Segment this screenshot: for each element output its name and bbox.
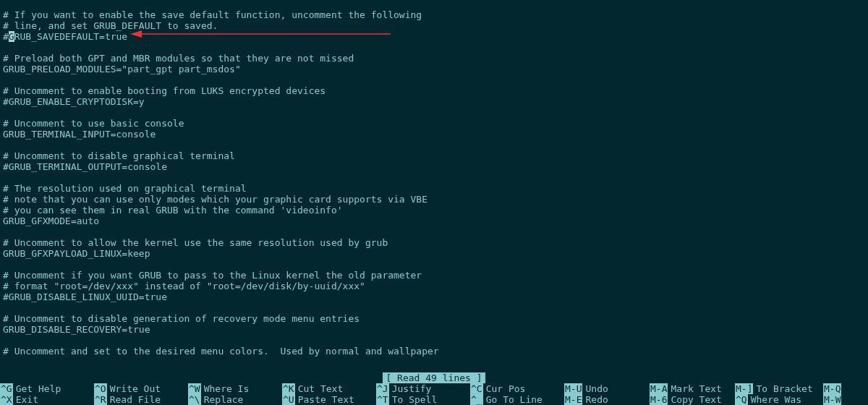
file-line: #GRUB_TERMINAL_OUTPUT=console	[3, 161, 868, 172]
file-line: # The resolution used on graphical termi…	[3, 183, 868, 194]
shortcut-key: ^W	[188, 383, 201, 394]
help-shortcut: ^CCur Pos	[470, 383, 564, 394]
file-line	[3, 74, 868, 85]
shortcut-label: Mark Text	[668, 383, 721, 394]
shortcut-label: To Bracket	[753, 383, 812, 394]
help-shortcut: ^WWhere Is	[188, 383, 282, 394]
shortcut-key: ^J	[376, 383, 389, 394]
file-line	[3, 335, 868, 346]
file-line	[3, 42, 868, 53]
shortcut-key: M-]	[735, 383, 753, 394]
help-shortcut: M-W	[823, 394, 868, 405]
help-row-2: ^XExit^RRead File^\Replace^UPaste Text^T…	[0, 394, 868, 405]
shortcut-key: ^\	[188, 394, 201, 405]
shortcut-key: ^G	[0, 383, 13, 394]
help-shortcut: ^OWrite Out	[94, 383, 188, 394]
cursor: G	[9, 31, 14, 42]
file-line: GRUB_TERMINAL_INPUT=console	[3, 129, 868, 140]
shortcut-key: M-6	[650, 394, 668, 405]
file-line	[3, 259, 868, 270]
help-shortcut: M-6Copy Text	[650, 394, 735, 405]
file-line: # note that you can use only modes which…	[3, 194, 868, 205]
file-line: # Uncomment to disable graphical termina…	[3, 150, 868, 161]
file-line: #GRUB_SAVEDEFAULT=true	[3, 31, 868, 42]
file-line	[3, 107, 868, 118]
file-line: #GRUB_DISABLE_LINUX_UUID=true	[3, 291, 868, 302]
help-shortcut: ^UPaste Text	[282, 394, 376, 405]
help-shortcut: M-Q	[823, 383, 868, 394]
editor-content[interactable]: # If you want to enable the save default…	[3, 9, 868, 357]
file-line: # you can see them in real GRUB with the…	[3, 205, 868, 216]
help-shortcut: ^KCut Text	[282, 383, 376, 394]
shortcut-key: ^C	[470, 383, 483, 394]
help-shortcut: ^QWhere Was	[735, 394, 823, 405]
help-bar: ^GGet Help^OWrite Out^WWhere Is^KCut Tex…	[0, 383, 868, 405]
shortcut-key: ^Q	[735, 394, 748, 405]
help-row-1: ^GGet Help^OWrite Out^WWhere Is^KCut Tex…	[0, 383, 868, 394]
file-line	[3, 140, 868, 150]
file-line: # Uncomment to enable booting from LUKS …	[3, 85, 868, 96]
shortcut-label: Redo	[582, 394, 608, 405]
file-line: # Uncomment to use basic console	[3, 118, 868, 129]
shortcut-label: Paste Text	[295, 394, 354, 405]
file-line: # If you want to enable the save default…	[3, 9, 868, 20]
status-message: [ Read 49 lines ]	[383, 372, 485, 383]
help-shortcut: ^JJustify	[376, 383, 470, 394]
help-shortcut: ^_Go To Line	[470, 394, 564, 405]
file-line: # Preload both GPT and MBR modules so th…	[3, 53, 868, 64]
file-line	[3, 302, 868, 313]
shortcut-label: Copy Text	[668, 394, 721, 405]
shortcut-label: Replace	[201, 394, 244, 405]
file-line: # Uncomment to allow the kernel use the …	[3, 237, 868, 248]
help-shortcut: M-UUndo	[564, 383, 650, 394]
shortcut-key: ^U	[282, 394, 295, 405]
shortcut-key: ^O	[94, 383, 107, 394]
shortcut-key: M-Q	[823, 383, 841, 394]
shortcut-key: ^T	[376, 394, 389, 405]
shortcut-label: Undo	[582, 383, 608, 394]
shortcut-key: M-E	[564, 394, 582, 405]
help-shortcut: M-AMark Text	[650, 383, 735, 394]
help-shortcut: ^GGet Help	[0, 383, 94, 394]
shortcut-label: To Spell	[389, 394, 438, 405]
shortcut-label: Where Was	[748, 394, 801, 405]
file-line: # Uncomment to disable generation of rec…	[3, 313, 868, 324]
shortcut-label: Go To Line	[483, 394, 542, 405]
file-line	[3, 226, 868, 237]
shortcut-key: M-A	[650, 383, 668, 394]
shortcut-label: Get Help	[13, 383, 61, 394]
help-shortcut: ^XExit	[0, 394, 94, 405]
file-line: # Uncomment if you want GRUB to pass to …	[3, 270, 868, 281]
shortcut-label: Cur Pos	[483, 383, 526, 394]
shortcut-label: Cut Text	[295, 383, 344, 394]
shortcut-key: ^R	[94, 394, 107, 405]
shortcut-key: ^K	[282, 383, 295, 394]
file-line: # line, and set GRUB_DEFAULT to saved.	[3, 20, 868, 31]
help-shortcut: M-ERedo	[564, 394, 650, 405]
shortcut-label: Justify	[389, 383, 432, 394]
shortcut-key: M-U	[564, 383, 582, 394]
help-shortcut: ^\Replace	[188, 394, 282, 405]
help-shortcut: ^RRead File	[94, 394, 188, 405]
file-line: GRUB_GFXPAYLOAD_LINUX=keep	[3, 248, 868, 259]
shortcut-label: Read File	[107, 394, 161, 405]
shortcut-key: M-W	[823, 394, 841, 405]
file-line: GRUB_PRELOAD_MODULES="part_gpt part_msdo…	[3, 64, 868, 74]
file-line: # Uncomment and set to the desired menu …	[3, 346, 868, 357]
shortcut-label: Write Out	[107, 383, 161, 394]
file-line: GRUB_GFXMODE=auto	[3, 216, 868, 226]
shortcut-label: Where Is	[201, 383, 250, 394]
shortcut-label: Exit	[13, 394, 38, 405]
file-line	[3, 172, 868, 183]
shortcut-key: ^X	[0, 394, 13, 405]
shortcut-key: ^_	[470, 394, 483, 405]
file-line: GRUB_DISABLE_RECOVERY=true	[3, 324, 868, 335]
file-line: #GRUB_ENABLE_CRYPTODISK=y	[3, 96, 868, 107]
shortcut-label	[841, 383, 844, 394]
file-line: # format "root=/dev/xxx" instead of "roo…	[3, 281, 868, 291]
help-shortcut: M-]To Bracket	[735, 383, 823, 394]
status-bar: [ Read 49 lines ]	[0, 372, 868, 383]
help-shortcut: ^TTo Spell	[376, 394, 470, 405]
shortcut-label	[841, 394, 844, 405]
